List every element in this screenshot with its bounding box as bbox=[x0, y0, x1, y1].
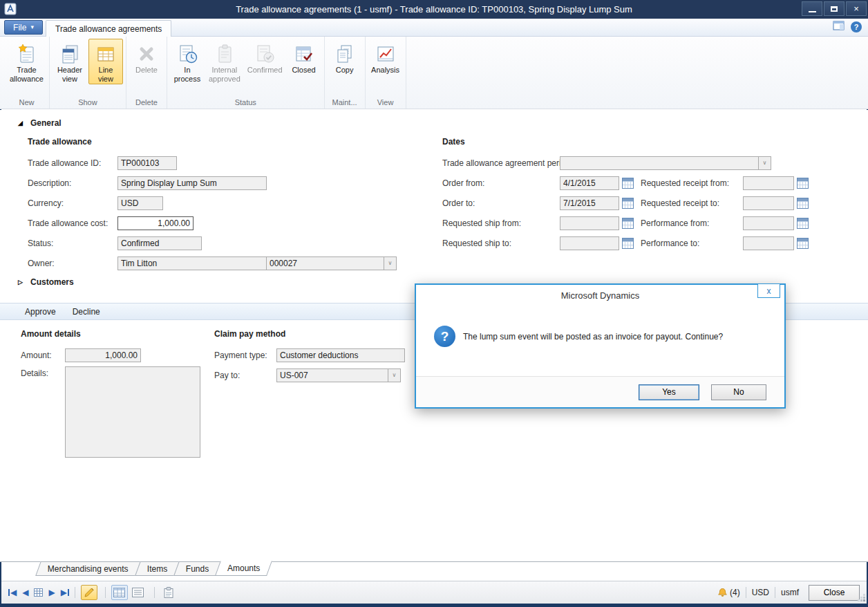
first-record-button[interactable]: ◀ bbox=[8, 588, 17, 597]
trade-allowance-button[interactable]: Trade allowance bbox=[7, 39, 46, 84]
maximize-button[interactable] bbox=[824, 1, 845, 16]
requested-receipt-to-label: Requested receipt to: bbox=[641, 198, 743, 208]
attachments-button[interactable] bbox=[160, 585, 177, 600]
status-input[interactable] bbox=[117, 236, 202, 250]
requested-receipt-to-input[interactable] bbox=[743, 196, 794, 210]
edit-record-button[interactable] bbox=[81, 585, 97, 600]
approve-button[interactable]: Approve bbox=[25, 307, 56, 317]
pay-to-dropdown-button[interactable]: ∨ bbox=[388, 368, 401, 382]
owner-dropdown-button[interactable]: ∨ bbox=[384, 256, 397, 270]
expand-icon: ▷ bbox=[18, 279, 26, 286]
calendar-icon[interactable] bbox=[622, 238, 634, 249]
performance-from-input[interactable] bbox=[743, 216, 794, 230]
list-icon bbox=[132, 588, 144, 597]
general-section-header[interactable]: ◢ General bbox=[18, 118, 62, 128]
requested-receipt-from-input[interactable] bbox=[743, 176, 794, 190]
delete-button: Delete bbox=[129, 39, 164, 84]
pay-to-input[interactable] bbox=[276, 368, 388, 382]
calendar-icon[interactable] bbox=[622, 178, 634, 189]
ribbon-group-delete: Delete Delete bbox=[126, 37, 167, 109]
file-menu-button[interactable]: File ▾ bbox=[4, 20, 43, 35]
company-indicator[interactable]: usmf bbox=[781, 588, 799, 597]
chevron-down-icon: ∨ bbox=[393, 372, 397, 378]
in-process-button[interactable]: In process bbox=[170, 39, 205, 84]
close-form-button[interactable]: Close bbox=[809, 585, 860, 601]
requested-ship-to-input[interactable] bbox=[560, 236, 619, 250]
amount-details-title: Amount details bbox=[21, 327, 214, 345]
agreement-period-dropdown-button[interactable]: ∨ bbox=[759, 156, 771, 170]
help-icon[interactable]: ? bbox=[851, 21, 862, 32]
grid-view-button[interactable] bbox=[111, 585, 128, 600]
chevron-down-icon: ▾ bbox=[30, 24, 34, 30]
header-view-icon bbox=[59, 41, 81, 66]
clipboard-icon bbox=[164, 587, 173, 598]
button-label: allowance bbox=[10, 75, 44, 84]
currency-input[interactable] bbox=[117, 196, 163, 210]
agreement-period-input[interactable] bbox=[560, 156, 759, 170]
order-from-input[interactable] bbox=[560, 176, 619, 190]
analysis-button[interactable]: Analysis bbox=[368, 39, 403, 84]
owner-name-input[interactable] bbox=[117, 256, 267, 270]
notification-count: (4) bbox=[730, 588, 740, 597]
next-record-button[interactable]: ▶ bbox=[48, 588, 55, 597]
calendar-icon[interactable] bbox=[797, 238, 809, 249]
tab-funds[interactable]: Funds bbox=[173, 561, 221, 576]
dialog-close-button[interactable]: x bbox=[757, 283, 780, 298]
arrow-right-icon: ▶ bbox=[48, 588, 55, 597]
notifications-button[interactable]: (4) bbox=[717, 588, 740, 598]
tab-merchandising-events[interactable]: Merchandising events bbox=[35, 561, 140, 576]
details-textarea[interactable] bbox=[65, 366, 200, 458]
line-view-button[interactable]: Line view bbox=[88, 39, 123, 84]
calendar-icon[interactable] bbox=[622, 198, 634, 209]
calendar-icon[interactable] bbox=[797, 178, 809, 189]
close-window-button[interactable]: × bbox=[846, 1, 867, 16]
calendar-icon[interactable] bbox=[797, 218, 809, 229]
ribbon-group-label: Status bbox=[170, 97, 321, 109]
description-input[interactable] bbox=[117, 176, 267, 190]
trade-allowance-cost-input[interactable] bbox=[117, 216, 194, 230]
calendar-icon[interactable] bbox=[622, 218, 634, 229]
trade-allowance-cost-label: Trade allowance cost: bbox=[28, 218, 117, 228]
resize-grip[interactable] bbox=[857, 593, 865, 601]
header-view-button[interactable]: Header view bbox=[53, 39, 87, 84]
minimize-button[interactable] bbox=[802, 1, 822, 16]
last-record-button[interactable]: ▶ bbox=[61, 588, 69, 597]
ribbon-group-label: Delete bbox=[129, 97, 164, 109]
window-bottom-edge bbox=[0, 604, 868, 607]
requested-ship-from-input[interactable] bbox=[560, 216, 619, 230]
record-list-button[interactable] bbox=[34, 588, 43, 597]
button-label: Closed bbox=[292, 66, 315, 75]
owner-id-input[interactable] bbox=[267, 256, 384, 270]
tab-amounts[interactable]: Amounts bbox=[215, 561, 272, 576]
arrow-right-icon: ▶ bbox=[61, 588, 67, 597]
closed-button[interactable]: Closed bbox=[287, 39, 321, 84]
no-button[interactable]: No bbox=[711, 384, 766, 400]
details-view-button[interactable] bbox=[130, 585, 147, 600]
amount-input[interactable] bbox=[65, 348, 141, 362]
separator bbox=[746, 587, 746, 598]
button-label: Delete bbox=[135, 66, 158, 75]
yes-button[interactable]: Yes bbox=[639, 384, 699, 400]
decline-button[interactable]: Decline bbox=[73, 307, 100, 317]
bar-icon bbox=[68, 589, 69, 596]
copy-icon bbox=[334, 41, 356, 66]
payment-type-input[interactable] bbox=[276, 348, 405, 362]
previous-record-button[interactable]: ◀ bbox=[22, 588, 28, 597]
document-tab[interactable]: Trade allowance agreements bbox=[46, 20, 171, 37]
performance-to-input[interactable] bbox=[743, 236, 794, 250]
requested-ship-from-label: Requested ship from: bbox=[442, 218, 560, 228]
copy-button[interactable]: Copy bbox=[328, 39, 362, 84]
trade-allowance-id-input[interactable] bbox=[117, 156, 177, 170]
tab-items[interactable]: Items bbox=[135, 561, 180, 576]
currency-indicator[interactable]: USD bbox=[752, 588, 769, 597]
calendar-icon[interactable] bbox=[797, 198, 809, 209]
ribbon-group-status: In process Internal approved Confirmed bbox=[167, 37, 325, 109]
button-label: In bbox=[184, 66, 190, 75]
order-to-input[interactable] bbox=[560, 196, 619, 210]
payment-type-label: Payment type: bbox=[214, 351, 276, 360]
ribbon-group-label: View bbox=[368, 97, 403, 109]
layout-icon[interactable] bbox=[833, 21, 845, 32]
customers-section-header[interactable]: ▷ Customers bbox=[18, 277, 74, 287]
tab-label: Items bbox=[147, 564, 167, 574]
performance-from-label: Performance from: bbox=[641, 218, 743, 228]
